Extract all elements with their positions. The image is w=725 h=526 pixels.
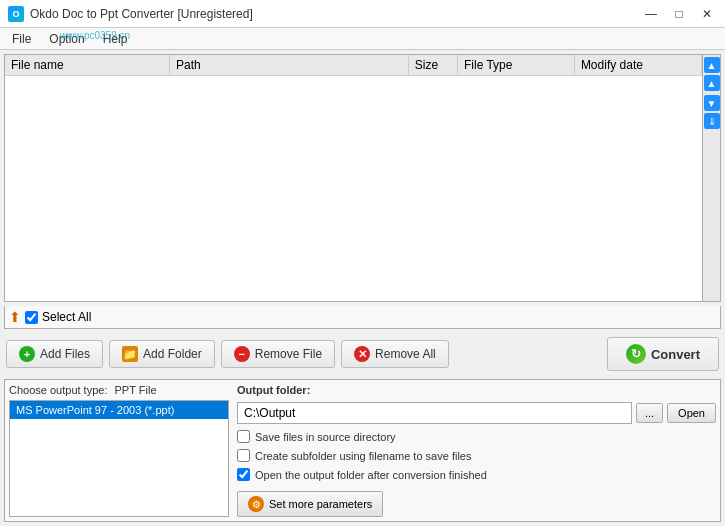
add-folder-icon: 📁 [122, 346, 138, 362]
main-content: File name Path Size File Type Modify dat… [0, 50, 725, 526]
scroll-bottom-button[interactable]: ⇓ [704, 113, 720, 129]
menu-bar: File Option Help www.pc0359.cn [0, 28, 725, 50]
menu-help[interactable]: Help [95, 30, 136, 48]
add-files-button[interactable]: + Add Files [6, 340, 103, 368]
output-type-item-ppt[interactable]: MS PowerPoint 97 - 2003 (*.ppt) [10, 401, 228, 419]
output-folder-row: ... Open [237, 402, 716, 424]
close-button[interactable]: ✕ [693, 2, 721, 26]
action-buttons-row: + Add Files 📁 Add Folder − Remove File ✕… [4, 333, 721, 375]
title-text: Okdo Doc to Ppt Converter [Unregistered] [30, 7, 253, 21]
col-filename: File name [5, 55, 169, 76]
select-all-row: ⬆ Select All [4, 306, 721, 329]
gear-icon: ⚙ [248, 496, 264, 512]
select-all-checkbox[interactable] [25, 311, 38, 324]
menu-option[interactable]: Option [41, 30, 92, 48]
remove-all-button[interactable]: ✕ Remove All [341, 340, 449, 368]
maximize-button[interactable]: □ [665, 2, 693, 26]
col-size: Size [408, 55, 457, 76]
output-type-list[interactable]: MS PowerPoint 97 - 2003 (*.ppt) [9, 400, 229, 517]
output-folder-label: Output folder: [237, 384, 716, 396]
set-more-params-button[interactable]: ⚙ Set more parameters [237, 491, 383, 517]
scroll-buttons: ▲ ▲ ▼ ⇓ [702, 55, 720, 301]
set-more-params-label: Set more parameters [269, 498, 372, 510]
app-icon: O [8, 6, 24, 22]
create-subfolder-label: Create subfolder using filename to save … [255, 450, 471, 462]
create-subfolder-row: Create subfolder using filename to save … [237, 449, 716, 462]
remove-all-icon: ✕ [354, 346, 370, 362]
remove-file-label: Remove File [255, 347, 322, 361]
add-folder-button[interactable]: 📁 Add Folder [109, 340, 215, 368]
convert-label: Convert [651, 347, 700, 362]
scroll-up-button[interactable]: ▲ [704, 75, 720, 91]
title-bar-left: O Okdo Doc to Ppt Converter [Unregistere… [8, 6, 253, 22]
open-after-conversion-row: Open the output folder after conversion … [237, 468, 716, 481]
save-in-source-label: Save files in source directory [255, 431, 396, 443]
output-type-text: Choose output type: [9, 384, 107, 396]
remove-file-button[interactable]: − Remove File [221, 340, 335, 368]
output-type-panel: Choose output type: PPT File MS PowerPoi… [9, 384, 229, 517]
save-in-source-row: Save files in source directory [237, 430, 716, 443]
col-modifydate: Modify date [574, 55, 701, 76]
open-after-conversion-label: Open the output folder after conversion … [255, 469, 487, 481]
col-path: Path [169, 55, 408, 76]
col-filetype: File Type [457, 55, 574, 76]
file-table[interactable]: File name Path Size File Type Modify dat… [5, 55, 702, 301]
output-type-label: Choose output type: PPT File [9, 384, 229, 396]
file-list-container: File name Path Size File Type Modify dat… [4, 54, 721, 302]
open-after-conversion-checkbox[interactable] [237, 468, 250, 481]
convert-icon: ↻ [626, 344, 646, 364]
save-in-source-checkbox[interactable] [237, 430, 250, 443]
create-subfolder-checkbox[interactable] [237, 449, 250, 462]
minimize-button[interactable]: — [637, 2, 665, 26]
back-arrow-icon: ⬆ [9, 309, 21, 325]
menu-file[interactable]: File [4, 30, 39, 48]
select-all-label: Select All [42, 310, 91, 324]
bottom-panel: Choose output type: PPT File MS PowerPoi… [4, 379, 721, 522]
add-folder-label: Add Folder [143, 347, 202, 361]
add-files-label: Add Files [40, 347, 90, 361]
remove-file-icon: − [234, 346, 250, 362]
open-folder-button[interactable]: Open [667, 403, 716, 423]
title-bar: O Okdo Doc to Ppt Converter [Unregistere… [0, 0, 725, 28]
output-folder-input[interactable] [237, 402, 632, 424]
output-folder-panel: Output folder: ... Open Save files in so… [237, 384, 716, 517]
remove-all-label: Remove All [375, 347, 436, 361]
browse-button[interactable]: ... [636, 403, 663, 423]
scroll-top-button[interactable]: ▲ [704, 57, 720, 73]
scroll-down-button[interactable]: ▼ [704, 95, 720, 111]
convert-button[interactable]: ↻ Convert [607, 337, 719, 371]
output-type-selected: PPT File [115, 384, 157, 396]
add-files-icon: + [19, 346, 35, 362]
window-controls: — □ ✕ [637, 2, 721, 26]
